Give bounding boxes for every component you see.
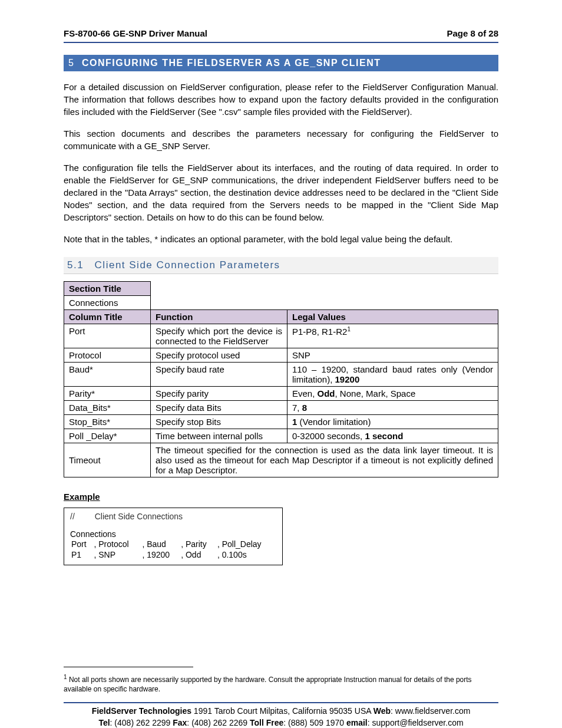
legal-text: 0-32000 seconds,: [292, 431, 365, 441]
cell-function: Specify protocol used: [151, 348, 287, 363]
cell-legal: P1-P8, R1-R21: [287, 324, 498, 348]
cell-function: Specify which port the device is connect…: [151, 324, 287, 348]
cell-column: Port: [64, 324, 151, 348]
cell-column: Poll _Delay*: [64, 429, 151, 443]
cell-legal: 7, 8: [287, 401, 498, 415]
legal-text: 7,: [292, 403, 302, 413]
cell-column: Stop_Bits*: [64, 415, 151, 429]
cell-function: Specify data Bits: [151, 401, 287, 415]
subsection-title: Client Side Connection Parameters: [87, 259, 280, 271]
example-table: Port , Protocol , Baud , Parity , Poll_D…: [70, 539, 276, 560]
subsection-number: 5.1: [67, 259, 84, 271]
footer-tollfree: : (888) 509 1970: [283, 718, 346, 727]
cell-legal: 0-32000 seconds, 1 second: [287, 429, 498, 443]
page-header: FS-8700-66 GE-SNP Driver Manual Page 8 o…: [64, 28, 498, 43]
cell-function: Specify parity: [151, 387, 287, 401]
footer-web-label: Web: [373, 706, 391, 716]
cell-function: Time between internal polls: [151, 429, 287, 443]
example-box: // Client Side Connections Connections P…: [64, 508, 283, 565]
table-row: Stop_Bits* Specify stop Bits 1 (Vendor l…: [64, 415, 498, 429]
paragraph-4: Note that in the tables, * indicates an …: [64, 233, 498, 245]
example-comment: // Client Side Connections: [70, 512, 276, 521]
footer-tel-label: Tel: [98, 718, 110, 727]
footer-tollfree-label: Toll Free: [250, 718, 283, 727]
section-title-value: Connections: [64, 296, 151, 310]
legal-text: (Vendor limitation): [297, 417, 371, 427]
footer-email: : support@fieldserver.com: [368, 718, 464, 727]
legal-default: 8: [302, 403, 307, 413]
ex-cell: , SNP: [93, 549, 141, 560]
legal-text: P1-P8, R1-R2: [292, 327, 347, 337]
table-row: Data_Bits* Specify data Bits 7, 8: [64, 401, 498, 415]
footer-separator: [64, 702, 498, 703]
paragraph-1: For a detailed discussion on FieldServer…: [64, 81, 498, 118]
footer-company: FieldServer Technologies: [92, 706, 191, 716]
legal-default: Odd: [318, 388, 335, 398]
footnote-text: Not all ports shown are necessarily supp…: [64, 676, 472, 693]
cell-column: Protocol: [64, 348, 151, 363]
footer-email-label: email: [346, 718, 368, 727]
cell-function: Specify stop Bits: [151, 415, 287, 429]
cell-legal: 1 (Vendor limitation): [287, 415, 498, 429]
comment-text: Client Side Connections: [77, 512, 183, 521]
legal-text: 110 – 19200, standard baud rates only (V…: [292, 364, 493, 384]
legal-text: , None, Mark, Space: [335, 388, 416, 398]
cell-column: Baud*: [64, 363, 151, 387]
col-header-column: Column Title: [64, 310, 151, 324]
table-row: Port , Protocol , Baud , Parity , Poll_D…: [70, 539, 276, 549]
footer-line-2: Tel: (408) 262 2299 Fax: (408) 262 2269 …: [64, 717, 498, 728]
example-heading: Example: [64, 492, 498, 502]
ex-cell: , Baud: [141, 539, 180, 549]
section-title-header: Section Title: [64, 282, 151, 296]
cell-function: Specify baud rate: [151, 363, 287, 387]
table-row: Port Specify which port the device is co…: [64, 324, 498, 348]
paragraph-2: This section documents and describes the…: [64, 127, 498, 152]
table-row: Poll _Delay* Time between internal polls…: [64, 429, 498, 443]
comment-slash: //: [70, 512, 75, 521]
cell-legal: 110 – 19200, standard baud rates only (V…: [287, 363, 498, 387]
ex-cell: , 0.100s: [216, 549, 276, 560]
footer-line-1: FieldServer Technologies 1991 Tarob Cour…: [64, 706, 498, 717]
footnote-separator: [64, 667, 193, 667]
footer-web: : www.fieldserver.com: [391, 706, 470, 716]
legal-default: 1 second: [365, 431, 403, 441]
col-header-function: Function: [151, 310, 287, 324]
cell-column: Parity*: [64, 387, 151, 401]
table-row: Section Title: [64, 282, 498, 296]
ex-cell: , 19200: [141, 549, 180, 560]
table-row: Timeout The timeout specified for the co…: [64, 443, 498, 477]
cell-legal: SNP: [287, 348, 498, 363]
table-header-row: Column Title Function Legal Values: [64, 310, 498, 324]
ex-cell: P1: [70, 549, 93, 560]
table-row: Parity* Specify parity Even, Odd, None, …: [64, 387, 498, 401]
cell-column: Timeout: [64, 443, 151, 477]
ex-cell: , Parity: [180, 539, 216, 549]
ex-cell: , Odd: [180, 549, 216, 560]
legal-default: 19200: [335, 374, 360, 384]
ex-cell: , Poll_Delay: [216, 539, 276, 549]
header-right: Page 8 of 28: [447, 28, 498, 38]
cell-timeout-text: The timeout specified for the connection…: [151, 443, 498, 477]
cell-legal: Even, Odd, None, Mark, Space: [287, 387, 498, 401]
ex-cell: Port: [70, 539, 93, 549]
header-left: FS-8700-66 GE-SNP Driver Manual: [64, 28, 207, 38]
page-footer: FieldServer Technologies 1991 Tarob Cour…: [64, 706, 498, 728]
subsection-5-1-heading: 5.1 Client Side Connection Parameters: [64, 257, 498, 274]
cell-column: Data_Bits*: [64, 401, 151, 415]
section-title: CONFIGURING THE FIELDSERVER AS A GE_SNP …: [82, 58, 381, 68]
col-header-legal: Legal Values: [287, 310, 498, 324]
footer-address: 1991 Tarob Court Milpitas, California 95…: [191, 706, 373, 716]
paragraph-3: The configuration file tells the FieldSe…: [64, 162, 498, 223]
footnote-1: 1 Not all ports shown are necessarily su…: [64, 673, 498, 694]
table-row: P1 , SNP , 19200 , Odd , 0.100s: [70, 549, 276, 560]
legal-text: Even,: [292, 388, 318, 398]
footer-fax: : (408) 262 2269: [187, 718, 250, 727]
table-row: Connections: [64, 296, 498, 310]
footer-tel: : (408) 262 2299: [110, 718, 173, 727]
ex-cell: , Protocol: [93, 539, 141, 549]
table-row: Protocol Specify protocol used SNP: [64, 348, 498, 363]
section-5-heading: 5 CONFIGURING THE FIELDSERVER AS A GE_SN…: [64, 55, 498, 71]
footnote-ref-icon: 1: [347, 326, 351, 332]
table-row: Baud* Specify baud rate 110 – 19200, sta…: [64, 363, 498, 387]
connection-params-table: Section Title Connections Column Title F…: [64, 281, 498, 477]
